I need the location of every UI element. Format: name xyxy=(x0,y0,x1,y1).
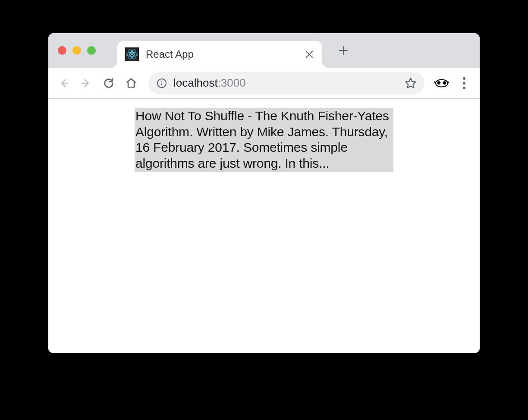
tab-strip: React App xyxy=(48,33,480,68)
browser-tab[interactable]: React App xyxy=(117,41,322,68)
svg-marker-9 xyxy=(405,78,415,88)
url-port: :3000 xyxy=(218,76,246,90)
forward-button[interactable] xyxy=(77,74,96,93)
svg-point-12 xyxy=(443,81,446,84)
window-maximize-button[interactable] xyxy=(87,46,96,55)
site-info-icon[interactable] xyxy=(156,78,167,89)
react-favicon-icon xyxy=(125,47,139,61)
bookmark-star-icon[interactable] xyxy=(405,77,417,89)
tab-close-button[interactable] xyxy=(304,49,314,60)
tab-title: React App xyxy=(146,48,304,60)
home-button[interactable] xyxy=(122,74,141,93)
kebab-icon xyxy=(463,77,465,89)
svg-point-11 xyxy=(438,81,440,84)
address-bar[interactable]: localhost:3000 xyxy=(148,72,424,94)
svg-point-0 xyxy=(131,53,133,56)
url-host: localhost xyxy=(173,76,218,90)
window-controls xyxy=(58,46,96,55)
browser-window: React App localhost:3000 xyxy=(48,33,480,353)
reload-button[interactable] xyxy=(99,74,118,93)
back-button[interactable] xyxy=(54,74,73,93)
browser-menu-button[interactable] xyxy=(455,74,474,93)
toolbar: localhost:3000 xyxy=(48,68,480,99)
new-tab-button[interactable] xyxy=(336,44,350,57)
page-viewport: How Not To Shuffle - The Knuth Fisher-Ya… xyxy=(48,99,480,353)
url-text: localhost:3000 xyxy=(173,76,399,90)
window-minimize-button[interactable] xyxy=(72,46,81,55)
extension-icon[interactable] xyxy=(432,74,451,93)
article-snippet: How Not To Shuffle - The Knuth Fisher-Ya… xyxy=(135,108,393,172)
window-close-button[interactable] xyxy=(58,46,66,55)
svg-point-8 xyxy=(161,81,162,81)
